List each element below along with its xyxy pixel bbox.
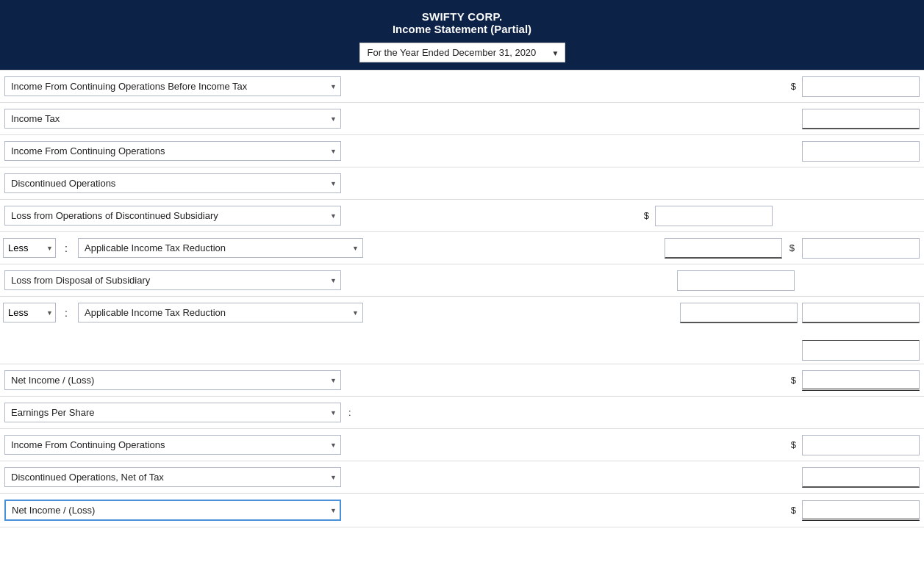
less-inputs-2	[680, 303, 924, 323]
select-wrapper-loss-operations-disc[interactable]: Loss from Operations of Discontinued Sub…	[4, 206, 341, 226]
right-eps-disc-ops	[802, 467, 924, 488]
row-income-before-tax: Income From Continuing Operations Before…	[0, 70, 924, 102]
company-name: SWIFTY CORP.	[7, 10, 917, 23]
input-income-continuing[interactable]	[802, 141, 920, 162]
less-select-wrap-1: Less	[0, 238, 59, 258]
select-income-before-tax[interactable]: Income From Continuing Operations Before…	[4, 76, 341, 96]
input-eps-income-continuing[interactable]	[802, 435, 920, 455]
eps-colon: :	[345, 407, 354, 418]
spacer-row	[0, 328, 924, 340]
select-loss-disposal[interactable]: Loss from Disposal of Subsidiary	[4, 270, 341, 290]
select-income-continuing[interactable]: Income From Continuing Operations	[4, 141, 341, 161]
label-eps-income-continuing: Income From Continuing Operations	[0, 432, 345, 458]
statement-title: Income Statement (Partial)	[7, 23, 917, 35]
input-less-tax-1-left[interactable]	[665, 238, 782, 259]
input-total-disc[interactable]	[802, 340, 920, 361]
row-less-tax-reduction-2: Less : Applicable Income Tax Reduction	[0, 296, 924, 328]
right-income-before-tax: $	[788, 76, 924, 97]
select-eps[interactable]: Earnings Per Share	[4, 403, 341, 422]
less-inputs-1: $	[665, 238, 924, 259]
row-income-continuing: Income From Continuing Operations	[0, 134, 924, 167]
dollar-sign-mid-5: $	[641, 210, 652, 221]
row-less-tax-reduction-1: Less : Applicable Income Tax Reduction $	[0, 231, 924, 264]
row-loss-disposal: Loss from Disposal of Subsidiary	[0, 264, 924, 296]
row-eps-net-income: Net Income / (Loss) $	[0, 493, 924, 527]
dollar-sign-net-income: $	[788, 375, 799, 386]
label-eps: Earnings Per Share	[0, 400, 345, 425]
label-eps-disc-ops: Discontinued Operations, Net of Tax	[0, 464, 345, 490]
select-wrapper-income-tax[interactable]: Income Tax	[4, 109, 341, 129]
period-selector-wrap: For the Year Ended December 31, 2020	[359, 43, 565, 62]
input-eps-net-income[interactable]	[802, 500, 920, 521]
label-income-tax: Income Tax	[0, 106, 345, 131]
select-wrapper-income-continuing[interactable]: Income From Continuing Operations	[4, 141, 341, 161]
input-loss-operations-disc[interactable]	[655, 206, 773, 226]
right-eps-net-income: $	[788, 500, 924, 521]
period-select[interactable]: For the Year Ended December 31, 2020	[359, 43, 565, 62]
label-loss-disposal: Loss from Disposal of Subsidiary	[0, 267, 345, 293]
select-wrapper-less-tax-2[interactable]: Applicable Income Tax Reduction	[78, 303, 363, 322]
dollar-sign-eps-net: $	[788, 505, 799, 516]
less-select-wrapper-2[interactable]: Less	[3, 303, 56, 322]
label-discontinued-ops: Discontinued Operations	[0, 170, 345, 196]
colon-1: :	[59, 242, 74, 254]
input-income-tax[interactable]	[802, 109, 920, 129]
row-income-tax: Income Tax	[0, 102, 924, 134]
row-eps-income-continuing: Income From Continuing Operations $	[0, 428, 924, 461]
right-net-income: $	[788, 370, 924, 391]
select-wrapper-eps-income-continuing[interactable]: Income From Continuing Operations	[4, 435, 341, 455]
select-eps-disc-ops[interactable]: Discontinued Operations, Net of Tax	[4, 467, 341, 487]
select-discontinued-ops[interactable]: Discontinued Operations	[4, 173, 341, 193]
select-less-tax-1[interactable]: Applicable Income Tax Reduction	[78, 238, 363, 258]
row-eps-disc-ops: Discontinued Operations, Net of Tax	[0, 461, 924, 493]
input-income-before-tax[interactable]	[802, 76, 920, 97]
select-net-income[interactable]: Net Income / (Loss)	[4, 370, 341, 390]
label-eps-net-income: Net Income / (Loss)	[0, 497, 345, 524]
select-less-tax-2[interactable]: Applicable Income Tax Reduction	[78, 303, 363, 322]
mid-section-loss-ops: $	[641, 206, 777, 226]
input-less-tax-2-right[interactable]	[802, 303, 920, 323]
right-eps-income-continuing: $	[788, 435, 924, 455]
less-select-wrapper-1[interactable]: Less	[3, 238, 56, 258]
select-eps-net-income[interactable]: Net Income / (Loss)	[4, 500, 341, 521]
label-less-tax-2: Applicable Income Tax Reduction	[74, 303, 368, 322]
select-wrapper-net-income[interactable]: Net Income / (Loss)	[4, 370, 341, 390]
input-net-income[interactable]	[802, 370, 920, 391]
select-wrapper-eps-disc-ops[interactable]: Discontinued Operations, Net of Tax	[4, 467, 341, 487]
select-wrapper-eps-net-income[interactable]: Net Income / (Loss)	[4, 500, 341, 521]
dollar-sign-eps-1: $	[788, 439, 799, 450]
label-income-continuing: Income From Continuing Operations	[0, 138, 345, 164]
less-select-1[interactable]: Less	[3, 238, 56, 258]
select-eps-income-continuing[interactable]: Income From Continuing Operations	[4, 435, 341, 455]
row-discontinued-ops: Discontinued Operations	[0, 167, 924, 199]
input-less-tax-2-left[interactable]	[680, 303, 798, 323]
mid-section-loss-disposal	[677, 270, 799, 291]
row-loss-operations-disc: Loss from Operations of Discontinued Sub…	[0, 199, 924, 231]
dollar-sign-1: $	[788, 81, 799, 92]
less-select-2[interactable]: Less	[3, 303, 56, 322]
select-wrapper-discontinued-ops[interactable]: Discontinued Operations	[4, 173, 341, 193]
select-wrapper-eps[interactable]: Earnings Per Share	[4, 403, 341, 422]
row-eps: Earnings Per Share :	[0, 396, 924, 428]
row-net-income: Net Income / (Loss) $	[0, 364, 924, 396]
select-wrapper-less-tax-1[interactable]: Applicable Income Tax Reduction	[78, 238, 363, 258]
total-disc-right	[0, 340, 924, 364]
right-income-continuing	[802, 141, 924, 162]
header: SWIFTY CORP. Income Statement (Partial) …	[0, 0, 924, 70]
label-net-income: Net Income / (Loss)	[0, 367, 345, 393]
colon-2: :	[59, 307, 74, 319]
right-income-tax	[802, 109, 924, 129]
label-less-tax-1: Applicable Income Tax Reduction	[74, 238, 368, 258]
input-eps-disc-ops[interactable]	[802, 467, 920, 488]
select-loss-operations-disc[interactable]: Loss from Operations of Discontinued Sub…	[4, 206, 341, 226]
select-wrapper-loss-disposal[interactable]: Loss from Disposal of Subsidiary	[4, 270, 341, 290]
income-statement-form: Income From Continuing Operations Before…	[0, 70, 924, 527]
less-select-wrap-2: Less	[0, 303, 59, 322]
period-select-wrapper[interactable]: For the Year Ended December 31, 2020	[359, 43, 565, 62]
input-loss-disposal[interactable]	[677, 270, 795, 291]
label-income-before-tax: Income From Continuing Operations Before…	[0, 73, 345, 99]
input-less-tax-1-right[interactable]	[802, 238, 920, 259]
select-wrapper-income-before-tax[interactable]: Income From Continuing Operations Before…	[4, 76, 341, 96]
dollar-sign-less-1: $	[787, 242, 798, 253]
select-income-tax[interactable]: Income Tax	[4, 109, 341, 129]
